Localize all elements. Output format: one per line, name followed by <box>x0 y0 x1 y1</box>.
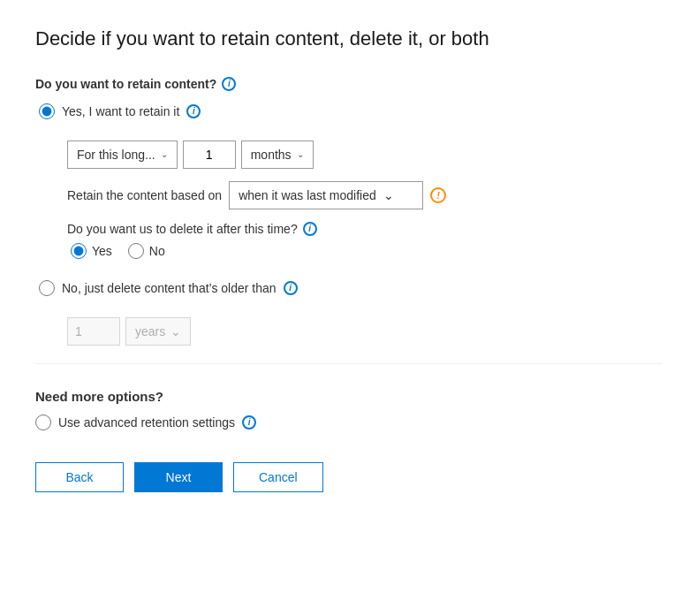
section-divider <box>35 363 662 364</box>
duration-value-input[interactable] <box>183 141 236 169</box>
yes-retain-block: For this long... ⌄ months ⌄ Retain the c… <box>67 141 662 259</box>
need-more-heading: Need more options? <box>35 389 662 404</box>
delete-radio-group: Yes No <box>71 243 662 259</box>
advanced-settings-info-icon[interactable]: i <box>242 415 256 430</box>
no-just-delete-info-icon[interactable]: i <box>284 281 298 295</box>
advanced-settings-option[interactable]: Use advanced retention settings i <box>35 414 662 430</box>
delete-question-label: Do you want us to delete it after this t… <box>67 222 298 236</box>
advanced-settings-label: Use advanced retention settings <box>58 415 235 430</box>
based-on-chevron-icon: ⌄ <box>383 188 394 202</box>
no-delete-unit-dropdown: years ⌄ <box>125 317 191 346</box>
for-this-long-dropdown[interactable]: For this long... ⌄ <box>67 141 178 169</box>
retain-radio-group: Yes, I want to retain it i For this long… <box>39 103 662 346</box>
no-delete-unit-chevron-icon: ⌄ <box>170 324 181 338</box>
no-just-delete-label: No, just delete content that’s older tha… <box>62 281 277 295</box>
delete-no-option[interactable]: No <box>128 243 165 259</box>
delete-yes-radio[interactable] <box>71 243 87 259</box>
yes-retain-radio[interactable] <box>39 103 55 119</box>
based-on-row: Retain the content based on when it was … <box>67 181 662 209</box>
retain-question-info-icon[interactable]: i <box>222 77 236 91</box>
back-button[interactable]: Back <box>35 462 124 492</box>
duration-unit-dropdown[interactable]: months ⌄ <box>241 141 314 169</box>
based-on-dropdown[interactable]: when it was last modified ⌄ <box>229 181 423 209</box>
no-just-delete-option[interactable]: No, just delete content that’s older tha… <box>39 280 662 296</box>
based-on-label: Retain the content based on <box>67 188 222 202</box>
retain-question-label: Do you want to retain content? i <box>35 77 662 91</box>
delete-question-info-icon[interactable]: i <box>303 222 317 236</box>
advanced-settings-radio[interactable] <box>35 414 51 430</box>
page-title: Decide if you want to retain content, de… <box>35 27 662 52</box>
yes-retain-info-icon[interactable]: i <box>186 104 201 118</box>
no-just-delete-radio[interactable] <box>39 280 55 296</box>
based-on-warn-icon[interactable]: ! <box>430 187 446 203</box>
no-delete-value-input <box>67 317 120 346</box>
delete-no-radio[interactable] <box>128 243 144 259</box>
footer-buttons: Back Next Cancel <box>35 462 662 492</box>
need-more-section: Need more options? Use advanced retentio… <box>35 389 662 430</box>
yes-retain-option[interactable]: Yes, I want to retain it i <box>39 103 662 119</box>
cancel-button[interactable]: Cancel <box>233 462 323 492</box>
duration-unit-chevron-icon: ⌄ <box>297 149 304 159</box>
no-delete-duration-controls: years ⌄ <box>67 317 662 346</box>
duration-controls: For this long... ⌄ months ⌄ <box>67 141 662 169</box>
for-this-long-chevron-icon: ⌄ <box>161 149 168 159</box>
no-delete-controls: years ⌄ <box>67 317 662 346</box>
delete-after-block: Do you want us to delete it after this t… <box>67 222 662 259</box>
next-button[interactable]: Next <box>134 462 223 492</box>
delete-question-row: Do you want us to delete it after this t… <box>67 222 662 236</box>
delete-yes-option[interactable]: Yes <box>71 243 112 259</box>
